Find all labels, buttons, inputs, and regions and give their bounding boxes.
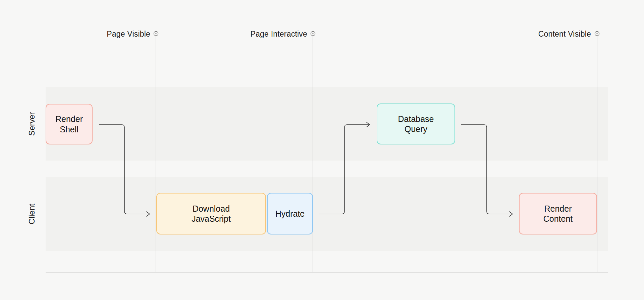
node-label: Render Content (543, 204, 573, 224)
node-render-shell: Render Shell (46, 104, 93, 144)
node-database-query: Database Query (377, 103, 455, 144)
lane-label-client: Client (27, 197, 37, 231)
milestone-label-page-interactive: Page Interactive (251, 29, 307, 39)
node-label: Database Query (398, 114, 434, 134)
content-visible-marker-icon (595, 32, 599, 36)
milestone-label-page-visible: Page Visible (107, 29, 150, 39)
node-hydrate: Hydrate (267, 193, 313, 234)
ssr-timeline-diagram: Page Visible Page Interactive Content Vi… (0, 0, 644, 300)
node-render-content: Render Content (519, 193, 597, 234)
node-label: Download JavaScript (192, 204, 231, 224)
diagram-lines-layer (0, 0, 644, 300)
node-download-javascript: Download JavaScript (156, 193, 266, 234)
page-visible-marker-icon (154, 32, 158, 36)
page-interactive-marker-icon (311, 32, 315, 36)
node-label: Hydrate (275, 209, 305, 219)
node-label: Render Shell (55, 114, 83, 134)
edge-hydrate-to-database-query (319, 122, 370, 214)
edge-database-query-to-render-content (461, 125, 513, 216)
milestone-label-content-visible: Content Visible (538, 29, 591, 39)
edge-render-shell-to-download-javascript (99, 125, 150, 216)
lane-label-server: Server (27, 107, 37, 141)
